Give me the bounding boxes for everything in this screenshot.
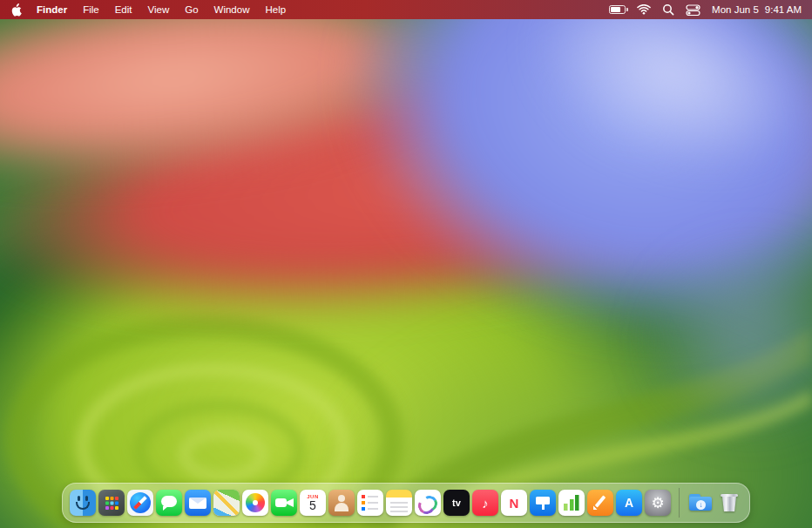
music-note-glyph: ♪ bbox=[482, 496, 489, 511]
downloads-folder-icon: ↓ bbox=[687, 490, 714, 516]
dock-item-numbers[interactable] bbox=[558, 490, 585, 516]
dock-item-freeform[interactable] bbox=[415, 490, 441, 516]
app-store-a-glyph: A bbox=[625, 496, 633, 510]
wifi-icon[interactable] bbox=[637, 4, 651, 15]
mail-icon bbox=[185, 490, 211, 516]
pages-icon bbox=[587, 490, 613, 516]
dock-item-finder[interactable] bbox=[70, 490, 96, 516]
app-store-icon: A bbox=[616, 490, 642, 516]
dock-item-messages[interactable] bbox=[156, 490, 182, 516]
wallpaper bbox=[0, 0, 812, 528]
launchpad-icon bbox=[98, 490, 125, 516]
menu-bar: Finder File Edit View Go Window Help bbox=[0, 0, 812, 19]
contacts-icon bbox=[328, 490, 355, 516]
news-n-glyph: N bbox=[510, 496, 519, 511]
photos-icon bbox=[242, 490, 268, 516]
dock-item-maps[interactable] bbox=[213, 490, 240, 516]
dock-item-system-settings[interactable]: ⚙ bbox=[645, 490, 671, 516]
dock-item-safari[interactable] bbox=[127, 490, 153, 516]
dock-item-notes[interactable] bbox=[386, 490, 412, 516]
dock-item-tv[interactable]: tv bbox=[443, 490, 470, 516]
dock-item-photos[interactable] bbox=[242, 490, 268, 516]
finder-icon bbox=[70, 490, 96, 516]
menu-go[interactable]: Go bbox=[177, 0, 206, 19]
spotlight-search-icon[interactable] bbox=[662, 3, 674, 16]
menu-view[interactable]: View bbox=[140, 0, 178, 19]
desktop: Finder File Edit View Go Window Help bbox=[0, 0, 812, 528]
tv-glyph: tv bbox=[452, 498, 461, 508]
menu-edit[interactable]: Edit bbox=[107, 0, 140, 19]
numbers-icon bbox=[558, 490, 585, 516]
download-arrow-icon: ↓ bbox=[696, 500, 706, 510]
dock-item-app-store[interactable]: A bbox=[616, 490, 642, 516]
dock-item-launchpad[interactable] bbox=[98, 490, 125, 516]
dock: JUN 5 tv ♪ N A bbox=[62, 483, 750, 523]
menu-file[interactable]: File bbox=[75, 0, 107, 19]
dock-item-pages[interactable] bbox=[587, 490, 613, 516]
calendar-icon: JUN 5 bbox=[300, 490, 326, 516]
trash-icon bbox=[716, 490, 742, 516]
dock-item-contacts[interactable] bbox=[328, 490, 355, 516]
dock-item-news[interactable]: N bbox=[501, 490, 527, 516]
dock-item-reminders[interactable] bbox=[357, 490, 383, 516]
news-icon: N bbox=[501, 490, 527, 516]
menu-window[interactable]: Window bbox=[206, 0, 258, 19]
battery-icon[interactable] bbox=[609, 5, 626, 14]
menu-help[interactable]: Help bbox=[257, 0, 294, 19]
clock-time: 9:41 AM bbox=[765, 4, 802, 15]
dock-item-mail[interactable] bbox=[185, 490, 211, 516]
facetime-icon bbox=[271, 490, 297, 516]
menu-bar-clock[interactable]: Mon Jun 5 9:41 AM bbox=[712, 4, 802, 15]
apple-tv-icon: tv bbox=[443, 490, 470, 516]
keynote-icon bbox=[530, 490, 556, 516]
system-settings-icon: ⚙ bbox=[645, 490, 671, 516]
dock-item-calendar[interactable]: JUN 5 bbox=[300, 490, 326, 516]
gear-icon: ⚙ bbox=[651, 496, 664, 511]
apple-logo-icon bbox=[10, 3, 22, 17]
menu-bar-left: Finder File Edit View Go Window Help bbox=[9, 0, 294, 19]
dock-item-trash[interactable] bbox=[716, 490, 742, 516]
notes-icon bbox=[386, 490, 412, 516]
menu-bar-status: Mon Jun 5 9:41 AM bbox=[609, 3, 802, 16]
dock-item-downloads[interactable]: ↓ bbox=[687, 490, 714, 516]
clock-date: Mon Jun 5 bbox=[712, 4, 759, 15]
menu-app-name[interactable]: Finder bbox=[29, 0, 75, 19]
dock-item-facetime[interactable] bbox=[271, 490, 297, 516]
dock-item-music[interactable]: ♪ bbox=[472, 490, 498, 516]
dock-item-keynote[interactable] bbox=[530, 490, 556, 516]
dock-divider bbox=[679, 488, 680, 518]
messages-icon bbox=[156, 490, 182, 516]
safari-icon bbox=[127, 490, 153, 516]
maps-icon bbox=[213, 490, 240, 516]
control-center-icon[interactable] bbox=[686, 4, 700, 16]
apple-menu[interactable] bbox=[9, 3, 29, 17]
freeform-icon bbox=[415, 490, 441, 516]
reminders-icon bbox=[357, 490, 383, 516]
calendar-day-label: 5 bbox=[309, 499, 316, 512]
music-icon: ♪ bbox=[472, 490, 498, 516]
